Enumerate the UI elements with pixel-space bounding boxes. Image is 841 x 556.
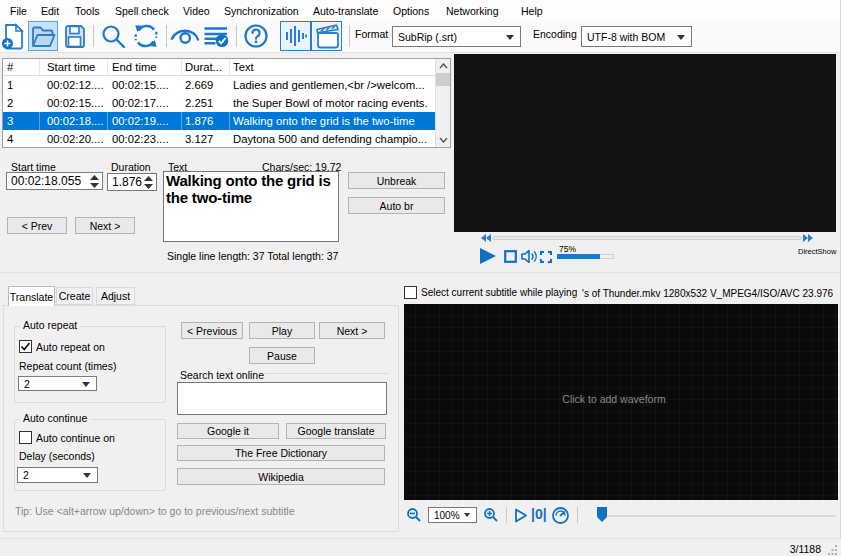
svg-text:Click to add waveform: Click to add waveform [562, 393, 666, 405]
